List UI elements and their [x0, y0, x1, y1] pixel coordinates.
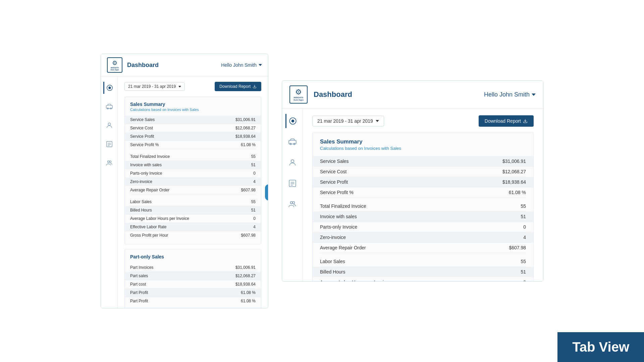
large-logo: ⚙ INSIGHTS Auto Apps: [289, 85, 308, 104]
large-user-greeting: Hello John Smith: [484, 91, 536, 98]
small-date-bar: 21 mar 2019 - 31 apr 2019 Download Repor…: [124, 82, 261, 91]
table-row: Invoice with sales51: [125, 161, 261, 169]
large-date-selector[interactable]: 21 mar 2019 - 31 apr 2019: [312, 116, 384, 126]
table-row: Average Labor Hours per Invoice0: [320, 277, 526, 282]
svg-point-24: [292, 201, 295, 204]
small-parts-summary: Part-only Sales Part Invoices$31,006.91 …: [124, 249, 261, 308]
svg-point-5: [108, 123, 110, 125]
table-row: Labor Sales55: [130, 198, 256, 206]
table-row: Total Finalized Invoice55: [320, 201, 526, 212]
small-user-greeting: Hello John Smith: [221, 62, 262, 68]
svg-point-10: [107, 161, 109, 163]
table-row: Total Finalized Invoice55: [130, 153, 256, 161]
logo-subtext: Auto Apps: [110, 69, 119, 71]
table-row: Parts-only Invoice0: [320, 222, 526, 232]
small-main-content: 21 mar 2019 - 31 apr 2019 Download Repor…: [118, 76, 268, 308]
table-row: Service Profit$18,938.64: [313, 177, 533, 187]
small-header: ⚙ INSIGHTS Auto Apps Dashboard Hello Joh…: [101, 54, 268, 76]
sidebar-item-car[interactable]: [103, 101, 115, 113]
sidebar-item-reports-large[interactable]: [285, 176, 300, 190]
small-body: 21 mar 2019 - 31 apr 2019 Download Repor…: [101, 76, 268, 308]
small-date-selector[interactable]: 21 mar 2019 - 31 apr 2019: [124, 82, 185, 91]
large-header: ⚙ INSIGHTS Auto Apps Dashboard Hello Joh…: [282, 81, 543, 109]
small-download-btn[interactable]: Download Report: [215, 82, 261, 91]
table-row: Billed Hours51: [125, 206, 261, 215]
large-logo-text: INSIGHTS: [294, 97, 303, 99]
svg-rect-6: [106, 141, 112, 147]
large-logo-subtext: Auto Apps: [293, 99, 304, 101]
sidebar-item-group-large[interactable]: [285, 197, 300, 211]
tab-view-label: Tab View: [557, 332, 644, 362]
sidebar-item-dashboard[interactable]: [103, 82, 115, 94]
table-row: Service Cost$12,068.27: [130, 124, 256, 132]
table-row: Part Profit61.08 %: [125, 289, 261, 297]
small-date-text: 21 mar 2019 - 31 apr 2019: [128, 84, 176, 89]
large-download-icon: [523, 119, 528, 123]
small-parts-title: Part-only Sales: [130, 254, 256, 259]
small-sales-title: Sales Summary: [130, 102, 256, 107]
svg-point-1: [108, 86, 111, 89]
table-row: Labor Sales55: [320, 256, 526, 267]
table-row: Service Profit$18,938.64: [125, 132, 261, 141]
large-sidebar: [282, 109, 303, 282]
small-card: ⚙ INSIGHTS Auto Apps Dashboard Hello Joh…: [101, 54, 268, 308]
table-row: Service Profit %61.08 %: [320, 187, 526, 198]
small-collapse-handle[interactable]: ‹: [265, 184, 268, 200]
table-row: Service Cost$12,068.27: [320, 167, 526, 177]
table-row: Service Sales$31,006.91: [125, 116, 261, 124]
svg-point-23: [290, 201, 292, 204]
large-logo-icon: ⚙: [295, 88, 302, 97]
large-body: 21 mar 2019 - 31 apr 2019 Download Repor…: [282, 109, 543, 282]
table-row: Invoice with sales51: [313, 212, 533, 222]
svg-point-14: [291, 120, 294, 123]
table-row: Average Repair Order$607.98: [130, 186, 256, 194]
table-row: Service Sales$31,006.91: [313, 156, 533, 167]
sidebar-item-group[interactable]: [103, 157, 115, 169]
sidebar-item-car-large[interactable]: [285, 135, 300, 149]
table-row: Gross Profit per Hour$607.98: [130, 231, 256, 239]
large-greeting-text: Hello John Smith: [484, 91, 530, 98]
large-date-text: 21 mar 2019 - 31 apr 2019: [317, 118, 373, 124]
large-main-content: 21 mar 2019 - 31 apr 2019 Download Repor…: [303, 109, 543, 282]
small-header-title: Dashboard: [127, 62, 221, 69]
table-row: Billed Hours51: [313, 267, 533, 277]
small-greeting-dropdown[interactable]: [259, 64, 262, 66]
large-greeting-dropdown[interactable]: [532, 94, 536, 96]
table-row: Part sales$12,068.27: [125, 272, 261, 280]
small-sidebar: [101, 76, 118, 308]
svg-point-18: [291, 160, 294, 163]
table-row: Part Profit61.08 %: [130, 297, 256, 305]
table-row: Parts-only Invoice0: [130, 169, 256, 178]
table-row: Zero-invoice4: [313, 232, 533, 243]
large-sales-subtitle: Calculations based on Invoices with Sale…: [320, 146, 526, 151]
small-download-label: Download Report: [219, 84, 251, 89]
sidebar-item-reports[interactable]: [103, 138, 115, 150]
large-card: ⚙ INSIGHTS Auto Apps Dashboard Hello Joh…: [282, 80, 543, 282]
table-row: Zero-invoice4: [125, 178, 261, 186]
large-download-btn[interactable]: Download Report: [479, 115, 534, 127]
svg-rect-19: [289, 180, 296, 187]
table-row: Part Invoices$31,006.91: [130, 263, 256, 272]
small-date-dropdown: [178, 86, 181, 87]
small-sales-summary: Sales Summary Calculations based on Invo…: [124, 97, 261, 244]
svg-point-11: [109, 161, 111, 163]
table-row: Part cost$18,938.64: [130, 280, 256, 289]
table-row: Average Labor Hours per Invoice0: [130, 215, 256, 223]
table-row: Effective Labor Rate4: [125, 223, 261, 231]
small-sales-subtitle: Calculations based on Invoices with Sale…: [130, 108, 256, 112]
sidebar-item-person-large[interactable]: [285, 156, 300, 170]
large-sales-title: Sales Summary: [320, 138, 526, 145]
large-download-label: Download Report: [485, 118, 521, 124]
large-header-title: Dashboard: [314, 90, 484, 99]
small-greeting-text: Hello John Smith: [221, 62, 257, 68]
small-download-icon: [253, 84, 257, 88]
sidebar-item-person[interactable]: [103, 119, 115, 131]
sidebar-item-dashboard-large[interactable]: [285, 114, 300, 128]
logo: ⚙ INSIGHTS Auto Apps: [107, 57, 122, 73]
logo-icon: ⚙: [112, 59, 117, 67]
large-sales-summary: Sales Summary Calculations based on Invo…: [312, 132, 534, 282]
large-date-bar: 21 mar 2019 - 31 apr 2019 Download Repor…: [312, 115, 534, 127]
table-row: Service Profit %61.08 %: [130, 141, 256, 149]
large-date-dropdown: [376, 120, 379, 122]
table-row: Average Repair Order$607.98: [320, 243, 526, 253]
